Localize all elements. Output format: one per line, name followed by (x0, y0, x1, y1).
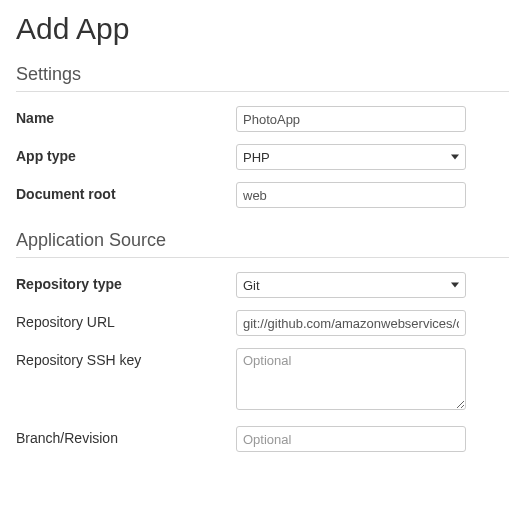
section-header-settings: Settings (16, 64, 509, 92)
input-name[interactable] (236, 106, 466, 132)
chevron-down-icon (451, 283, 459, 288)
row-document-root: Document root (16, 182, 509, 208)
select-app-type[interactable]: PHP (236, 144, 466, 170)
input-document-root[interactable] (236, 182, 466, 208)
input-branch[interactable] (236, 426, 466, 452)
section-header-source: Application Source (16, 230, 509, 258)
input-repo-url[interactable] (236, 310, 466, 336)
select-repo-type[interactable]: Git (236, 272, 466, 298)
label-name: Name (16, 106, 236, 126)
select-app-type-value: PHP (243, 150, 270, 165)
label-ssh-key: Repository SSH key (16, 348, 236, 368)
row-app-type: App type PHP (16, 144, 509, 170)
chevron-down-icon (451, 155, 459, 160)
label-repo-type: Repository type (16, 272, 236, 292)
row-branch: Branch/Revision (16, 426, 509, 452)
label-app-type: App type (16, 144, 236, 164)
label-repo-url: Repository URL (16, 310, 236, 330)
label-branch: Branch/Revision (16, 426, 236, 446)
row-repo-type: Repository type Git (16, 272, 509, 298)
row-repo-url: Repository URL (16, 310, 509, 336)
row-ssh-key: Repository SSH key (16, 348, 509, 414)
page-title: Add App (16, 12, 509, 46)
label-document-root: Document root (16, 182, 236, 202)
row-name: Name (16, 106, 509, 132)
select-repo-type-value: Git (243, 278, 260, 293)
textarea-ssh-key[interactable] (236, 348, 466, 410)
